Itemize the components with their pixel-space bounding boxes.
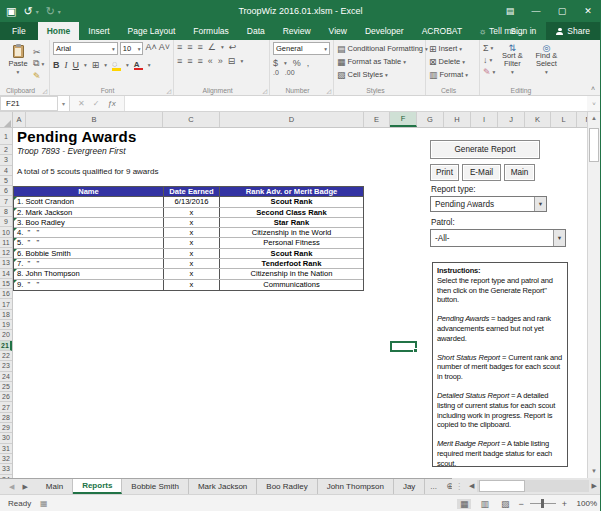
increase-indent-icon[interactable]: » xyxy=(218,56,223,66)
cell-name[interactable]: 6. Bobbie Smith xyxy=(14,249,164,258)
insert-cells-button[interactable]: ⊞Insert▾ xyxy=(429,42,476,55)
grow-font-icon[interactable]: A˄ xyxy=(145,42,156,55)
increase-decimal-icon[interactable]: .0 xyxy=(273,69,279,76)
cell-name[interactable]: 3. Boo Radley xyxy=(14,218,164,227)
zoom-level[interactable]: 100% xyxy=(573,499,597,508)
row-header-26[interactable]: 26 xyxy=(0,392,12,402)
row-header-20[interactable]: 20 xyxy=(0,330,12,340)
sheet-tab-mark-jackson[interactable]: Mark Jackson xyxy=(189,479,257,494)
horizontal-scrollbar[interactable]: ⋮ ◀ ▶ xyxy=(452,478,600,494)
align-top-icon[interactable]: ≡ xyxy=(177,42,182,52)
column-header-K[interactable]: K xyxy=(525,112,551,127)
cell-name[interactable]: 1. Scott Crandon xyxy=(14,197,164,206)
format-cells-button[interactable]: ▥Format▾ xyxy=(429,68,476,81)
more-sheets-indicator[interactable]: ... xyxy=(425,479,442,494)
copy-icon[interactable]: ⧉▾ xyxy=(33,58,44,69)
row-header-9[interactable]: 9 xyxy=(0,217,12,227)
column-header-J[interactable]: J xyxy=(498,112,525,127)
clear-icon[interactable]: ✎▾ xyxy=(483,66,495,77)
page-layout-view-icon[interactable]: ▥ xyxy=(477,499,492,509)
paste-button[interactable]: Paste▾ xyxy=(3,42,33,81)
cell-date-earned[interactable]: x xyxy=(164,208,220,217)
cell-award[interactable]: Scout Rank xyxy=(220,249,363,258)
cell-name[interactable]: 7. " " xyxy=(14,259,164,268)
ribbon-tab-page-layout[interactable]: Page Layout xyxy=(119,22,185,40)
ribbon-display-options-icon[interactable]: ▤ xyxy=(497,0,523,22)
ribbon-tab-formulas[interactable]: Formulas xyxy=(184,22,237,40)
sheet-tab-boo-radley[interactable]: Boo Radley xyxy=(257,479,317,494)
accounting-format-icon[interactable]: $ xyxy=(273,58,278,68)
row-header-7[interactable]: 7 xyxy=(0,196,12,206)
scroll-down-icon[interactable]: ▼ xyxy=(588,465,600,478)
ribbon-tab-home[interactable]: Home xyxy=(38,22,80,40)
row-header-14[interactable]: 14 xyxy=(0,269,12,279)
email-button[interactable]: E-Mail xyxy=(462,164,501,181)
page-break-view-icon[interactable]: ▨ xyxy=(498,499,513,509)
close-icon[interactable]: ✕ xyxy=(575,0,601,22)
report-type-dropdown-icon[interactable]: ▼ xyxy=(534,197,546,211)
expand-formula-bar-icon[interactable]: ˅ xyxy=(587,96,601,111)
column-header-L[interactable]: L xyxy=(551,112,577,127)
delete-cells-button[interactable]: ⊠Delete▾ xyxy=(429,55,476,68)
cell-date-earned[interactable]: x xyxy=(164,280,220,290)
font-size-combo[interactable]: 10▾ xyxy=(120,42,144,55)
column-header-A[interactable]: A xyxy=(13,112,26,127)
shrink-font-icon[interactable]: A˅ xyxy=(159,42,170,55)
row-header-6[interactable]: 6 xyxy=(0,186,12,196)
sort-filter-button[interactable]: ⇅ Sort & Filter▾ xyxy=(495,42,529,77)
cell-date-earned[interactable]: x xyxy=(164,238,220,247)
cell-award[interactable]: Personal Fitness xyxy=(220,238,363,247)
sheet-tab-john-thompson[interactable]: John Thompson xyxy=(318,479,394,494)
row-header-12[interactable]: 12 xyxy=(0,248,12,258)
zoom-slider[interactable] xyxy=(530,503,556,504)
cell-name[interactable]: 8. John Thompson xyxy=(14,269,164,278)
cell-award[interactable]: Scout Rank xyxy=(220,197,363,206)
cell-styles-button[interactable]: ▧Cell Styles▾ xyxy=(337,68,422,81)
main-button[interactable]: Main xyxy=(504,164,535,181)
patrol-dropdown-icon[interactable]: ▼ xyxy=(553,230,565,246)
row-header-16[interactable]: 16 xyxy=(0,289,12,299)
row-header-3[interactable]: 3 xyxy=(0,155,12,165)
row-header-31[interactable]: 31 xyxy=(0,444,12,454)
scroll-left-icon[interactable]: ◀ xyxy=(466,482,477,490)
font-color-icon[interactable]: A xyxy=(134,60,143,71)
row-header-4[interactable]: 4 xyxy=(0,166,12,176)
ribbon-tab-acrobat[interactable]: ACROBAT xyxy=(413,22,471,40)
patrol-dropdown[interactable]: -All-▼ xyxy=(430,229,566,247)
minimize-icon[interactable]: — xyxy=(523,0,549,22)
selected-cell-F21[interactable] xyxy=(390,341,417,352)
format-painter-icon[interactable]: ✎ xyxy=(33,70,44,81)
column-header-B[interactable]: B xyxy=(26,112,163,127)
column-header-G[interactable]: G xyxy=(417,112,444,127)
alignment-dialog-launcher-icon[interactable]: ◿ xyxy=(262,87,267,94)
scroll-right-icon[interactable]: ▶ xyxy=(589,482,600,490)
report-type-dropdown[interactable]: Pending Awards▼ xyxy=(430,196,547,212)
column-header-E[interactable]: E xyxy=(364,112,390,127)
row-header-21[interactable]: 21 xyxy=(0,341,12,351)
row-header-17[interactable]: 17 xyxy=(0,299,12,309)
decrease-indent-icon[interactable]: « xyxy=(208,56,213,66)
restore-icon[interactable]: ▢ xyxy=(549,0,575,22)
vertical-scroll-thumb[interactable] xyxy=(589,128,599,162)
row-header-5[interactable]: 5 xyxy=(0,176,12,186)
align-center-icon[interactable]: ≡ xyxy=(187,56,192,66)
cell-award[interactable]: Citizenship in the World xyxy=(220,228,363,237)
zoom-slider-thumb[interactable] xyxy=(541,499,544,508)
row-header-29[interactable]: 29 xyxy=(0,423,12,433)
column-header-I[interactable]: I xyxy=(471,112,498,127)
find-select-button[interactable]: ◎ Find & Select▾ xyxy=(529,42,563,77)
orientation-icon[interactable]: ∠ xyxy=(208,42,216,52)
font-dialog-launcher-icon[interactable]: ◿ xyxy=(166,87,171,94)
align-bottom-icon[interactable]: ≡ xyxy=(198,42,203,52)
clipboard-dialog-launcher-icon[interactable]: ◿ xyxy=(42,87,47,94)
ribbon-tab-insert[interactable]: Insert xyxy=(79,22,118,40)
row-header-27[interactable]: 27 xyxy=(0,402,12,412)
name-box[interactable]: F21 xyxy=(0,96,58,111)
autosum-icon[interactable]: Σ▾ xyxy=(483,42,495,53)
zoom-out-icon[interactable]: − xyxy=(518,499,523,509)
sheet-tab-jay[interactable]: Jay xyxy=(394,479,425,494)
cell-award[interactable]: Citizenship in the Nation xyxy=(220,269,363,278)
share-button[interactable]: Share xyxy=(546,22,600,40)
row-header-22[interactable]: 22 xyxy=(0,351,12,361)
row-header-28[interactable]: 28 xyxy=(0,413,12,423)
